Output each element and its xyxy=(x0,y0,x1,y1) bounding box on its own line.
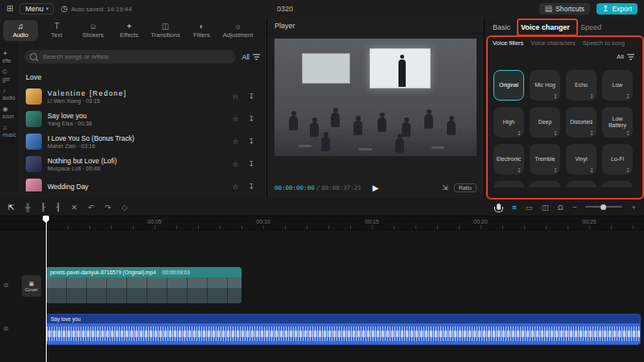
select-tool-icon[interactable]: ⇱ xyxy=(8,203,14,212)
delete-icon[interactable]: ✕ xyxy=(71,203,77,212)
preview-axis-icon[interactable]: ◫ xyxy=(542,203,549,212)
song-row[interactable]: Say love you Yang Elsa · 00:38 ☆ ↧ xyxy=(24,108,260,130)
media-body: ✦ effe © ght ♪ audio ◉ soun ♫ music xyxy=(0,43,266,191)
favorite-star-icon[interactable]: ☆ xyxy=(232,93,238,101)
sidebar-item[interactable]: © ght xyxy=(0,68,18,84)
undo-icon[interactable]: ↶ xyxy=(88,203,94,212)
filter-icon xyxy=(253,54,260,60)
song-meta: Muspace Lofi · 00:48 xyxy=(47,166,226,171)
voice-filter-tile[interactable]: Deep ↧ xyxy=(530,107,560,138)
song-row[interactable]: Nothing but Love (Lofi) Muspace Lofi · 0… xyxy=(24,153,260,175)
ruler-label: 00:25 xyxy=(582,219,597,224)
timeline-ruler[interactable]: 00:05 00:10 00:15 00:20 00:25 xyxy=(0,216,644,230)
voice-filter-label: Low xyxy=(604,82,631,88)
favorite-star-icon[interactable]: ☆ xyxy=(232,138,238,146)
voice-filter-tile[interactable]: Electronic ↧ xyxy=(493,144,524,175)
audio-clip[interactable]: Say love you xyxy=(46,314,641,345)
video-preview[interactable] xyxy=(275,39,477,156)
subtab-speech-to-song[interactable]: Speech to song xyxy=(583,39,625,47)
favorite-star-icon[interactable]: ☆ xyxy=(232,115,238,123)
sidebar-item[interactable]: ✦ effe xyxy=(0,50,18,65)
voice-filter-tile[interactable]: Low ↧ xyxy=(602,70,633,101)
filter-all-button[interactable]: All xyxy=(242,53,260,61)
download-icon[interactable]: ↧ xyxy=(248,115,254,123)
search-box[interactable] xyxy=(24,50,236,64)
song-thumbnail xyxy=(26,111,42,127)
voice-filter-tile[interactable]: Tremble ↧ xyxy=(530,144,560,175)
export-button[interactable]: ↥ Export xyxy=(597,3,638,14)
song-row[interactable]: I Love You So (Bonus Track) Maher Zain ·… xyxy=(24,130,260,153)
voice-filter-original[interactable]: Original xyxy=(493,70,524,101)
video-clip-name: pexels-pavel-daniyuk-8716579 (Original).… xyxy=(50,269,156,275)
tab-speed[interactable]: Speed xyxy=(580,23,601,31)
tab-text[interactable]: T Text xyxy=(39,20,74,41)
audience-silhouette xyxy=(321,137,330,151)
cover-button[interactable]: ▣ Cover xyxy=(22,275,41,297)
tab-voice-changer[interactable]: Voice changer xyxy=(521,23,570,31)
home-grid-icon[interactable]: ⊞ xyxy=(6,5,13,13)
zoom-slider-knob[interactable] xyxy=(601,204,606,210)
voice-filter-tile[interactable]: Mic Hog ↧ xyxy=(530,70,560,101)
subtab-voice-characters[interactable]: Voice characters xyxy=(530,39,575,47)
sidebar-item[interactable]: ◉ soun xyxy=(0,105,18,121)
download-icon[interactable]: ↧ xyxy=(248,138,254,146)
tab-stickers[interactable]: ☺ Stickers xyxy=(76,20,110,41)
ratio-button[interactable]: Ratio xyxy=(454,183,477,192)
tab-audio[interactable]: ♫ Audio xyxy=(3,20,38,41)
subtab-voice-filters[interactable]: Voice filters xyxy=(493,39,523,47)
tab-filters[interactable]: ◐ Filters xyxy=(184,20,219,41)
trim-right-icon[interactable]: ┨ xyxy=(56,203,60,212)
voice-filter-all[interactable]: All xyxy=(485,47,644,60)
mute-video-track-icon[interactable]: ⊘ xyxy=(3,282,9,289)
tab-adjustment[interactable]: ☼ Adjustment xyxy=(221,20,255,41)
tab-transitions[interactable]: ◫ Transitions xyxy=(148,20,183,41)
timeline-view-icon[interactable]: ≡ xyxy=(512,203,517,212)
voice-filter-tile[interactable]: Vinyl ↧ xyxy=(566,144,597,175)
microphone-icon[interactable] xyxy=(497,204,501,210)
magnet-icon[interactable]: Ω xyxy=(558,203,564,212)
voice-filter-tile-partial[interactable] xyxy=(530,181,560,187)
mask-tool-icon[interactable]: ◇ xyxy=(122,203,127,212)
menu-button[interactable]: Menu ▾ xyxy=(19,3,54,14)
redo-icon[interactable]: ↷ xyxy=(105,203,111,212)
sparkle-icon: ✦ xyxy=(126,23,132,31)
trim-left-icon[interactable]: ┠ xyxy=(41,203,46,212)
download-icon[interactable]: ↧ xyxy=(248,183,254,191)
chair xyxy=(431,146,444,149)
audio-category-sidebar: ✦ effe © ght ♪ audio ◉ soun ♫ music xyxy=(0,43,18,191)
zoom-slider[interactable] xyxy=(585,206,622,208)
voice-filter-tile-partial[interactable] xyxy=(493,181,524,187)
favorite-star-icon[interactable]: ☆ xyxy=(232,160,238,168)
song-row[interactable]: Valentine [Redone] Li Wen Xiang · 03:15 … xyxy=(24,85,260,108)
voice-filter-tile[interactable]: Low Battery ↧ xyxy=(602,107,633,138)
export-icon: ↥ xyxy=(602,5,609,13)
mute-audio-track-icon[interactable]: ⊘ xyxy=(3,325,9,332)
download-icon[interactable]: ↧ xyxy=(248,93,254,101)
voice-filter-tile-partial[interactable] xyxy=(602,181,633,187)
video-clip[interactable]: pexels-pavel-daniyuk-8716579 (Original).… xyxy=(46,267,242,303)
sidebar-item[interactable]: ♪ audio xyxy=(0,87,18,102)
track-view-icon[interactable]: ▭ xyxy=(526,203,533,212)
voice-filter-tile-partial[interactable] xyxy=(566,181,597,187)
sidebar-item[interactable]: ♫ music xyxy=(0,124,18,139)
voice-changer-subtabs: Voice filters Voice characters Speech to… xyxy=(485,35,644,47)
play-button[interactable]: ▶ xyxy=(373,183,379,192)
voice-filter-tile[interactable]: Echo ↧ xyxy=(566,70,597,101)
section-title: Love xyxy=(26,73,260,81)
song-row[interactable]: Wedding Day ☆ ↧ xyxy=(24,175,260,191)
filter-circle-icon: ◐ xyxy=(199,23,204,31)
favorite-star-icon[interactable]: ☆ xyxy=(232,183,238,191)
zoom-in-icon[interactable]: + xyxy=(631,203,636,212)
search-input[interactable] xyxy=(41,52,230,61)
split-tool-icon[interactable]: ╫ xyxy=(25,203,31,212)
zoom-out-icon[interactable]: − xyxy=(572,203,577,212)
shortcuts-button[interactable]: ▤ Shortcuts xyxy=(539,3,590,14)
download-icon[interactable]: ↧ xyxy=(248,160,254,168)
tab-basic[interactable]: Basic xyxy=(493,23,510,31)
voice-filter-tile[interactable]: Lo-Fi ↧ xyxy=(602,144,633,175)
fullscreen-icon[interactable]: ⇲ xyxy=(442,183,448,191)
tab-effects[interactable]: ✦ Effects xyxy=(112,20,147,41)
voice-filter-tile[interactable]: High ↧ xyxy=(493,107,524,138)
voice-filter-label: High xyxy=(495,119,522,125)
voice-filter-tile[interactable]: Distorted ↧ xyxy=(566,107,597,138)
